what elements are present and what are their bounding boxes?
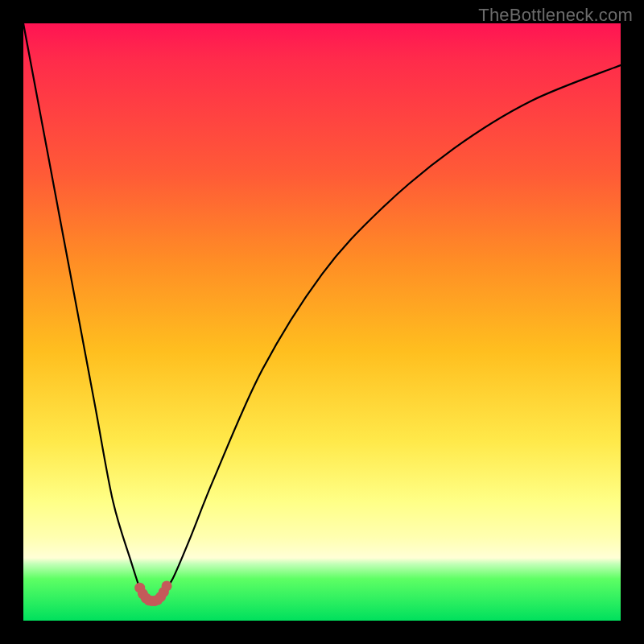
outer-frame: TheBottleneck.com [0,0,644,644]
trough-marker-group [134,580,171,606]
chart-svg [23,23,621,621]
trough-dot [162,580,172,591]
chart-plot-area [23,23,621,621]
bottleneck-curve [23,23,621,604]
